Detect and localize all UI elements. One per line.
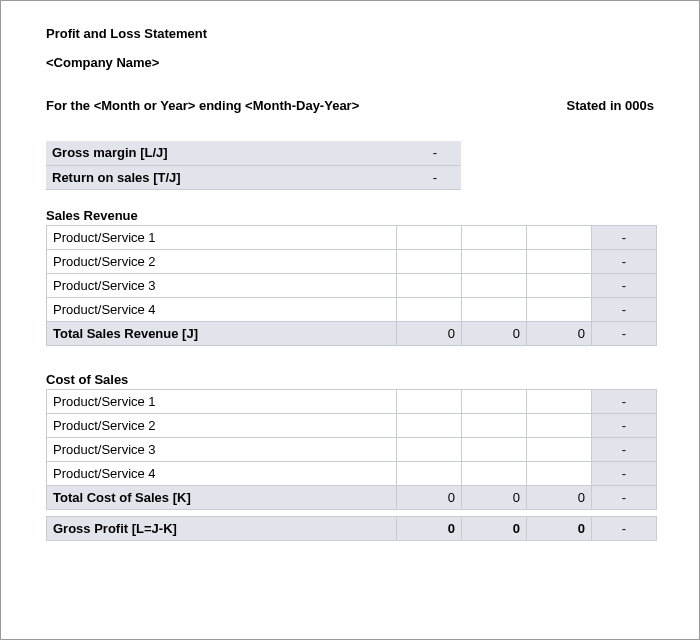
sales-item-tot: - — [592, 225, 657, 249]
sales-item-v3 — [527, 273, 592, 297]
sales-heading: Sales Revenue — [46, 208, 654, 223]
gross-margin-value: - — [396, 141, 461, 165]
sales-item-label: Product/Service 3 — [47, 273, 397, 297]
gross-profit-table: Gross Profit [L=J-K] 0 0 0 - — [46, 516, 657, 541]
cost-total-row: Total Cost of Sales [K] 0 0 0 - — [47, 485, 657, 509]
cost-item-v2 — [462, 389, 527, 413]
sales-item-label: Product/Service 2 — [47, 249, 397, 273]
metrics-block: Gross margin [L/J] - Return on sales [T/… — [46, 141, 446, 190]
cost-item-v1 — [397, 413, 462, 437]
cost-item-label: Product/Service 1 — [47, 389, 397, 413]
company-name: <Company Name> — [46, 55, 654, 70]
sales-item-v2 — [462, 273, 527, 297]
gross-margin-label: Gross margin [L/J] — [46, 141, 396, 165]
sales-item-label: Product/Service 1 — [47, 225, 397, 249]
sales-item-v1 — [397, 249, 462, 273]
cost-item-v3 — [527, 413, 592, 437]
sales-item-v3 — [527, 297, 592, 321]
cost-item-v1 — [397, 437, 462, 461]
sales-item-v2 — [462, 225, 527, 249]
cost-item-tot: - — [592, 437, 657, 461]
sales-item-v1 — [397, 225, 462, 249]
gross-profit-v3: 0 — [527, 516, 592, 540]
sales-item-v1 — [397, 273, 462, 297]
sales-item-row: Product/Service 4- — [47, 297, 657, 321]
cost-item-v2 — [462, 437, 527, 461]
return-on-sales-row: Return on sales [T/J] - — [46, 165, 461, 189]
sales-total-v1: 0 — [397, 321, 462, 345]
cost-rows: Product/Service 1-Product/Service 2-Prod… — [47, 389, 657, 485]
cost-item-label: Product/Service 3 — [47, 437, 397, 461]
cost-total-label: Total Cost of Sales [K] — [47, 485, 397, 509]
cost-item-v3 — [527, 389, 592, 413]
sales-total-v3: 0 — [527, 321, 592, 345]
cost-item-row: Product/Service 2- — [47, 413, 657, 437]
sales-item-v1 — [397, 297, 462, 321]
cost-item-tot: - — [592, 389, 657, 413]
cost-item-tot: - — [592, 461, 657, 485]
cost-item-row: Product/Service 4- — [47, 461, 657, 485]
cost-total-v3: 0 — [527, 485, 592, 509]
gross-profit-v2: 0 — [462, 516, 527, 540]
cost-item-tot: - — [592, 413, 657, 437]
cost-item-v1 — [397, 461, 462, 485]
page-title: Profit and Loss Statement — [46, 26, 654, 41]
sales-total-v2: 0 — [462, 321, 527, 345]
cost-item-v3 — [527, 437, 592, 461]
sales-item-row: Product/Service 1- — [47, 225, 657, 249]
sales-item-label: Product/Service 4 — [47, 297, 397, 321]
period-row: For the <Month or Year> ending <Month-Da… — [46, 98, 654, 113]
sales-item-v3 — [527, 225, 592, 249]
cost-table: Product/Service 1-Product/Service 2-Prod… — [46, 389, 657, 510]
sales-item-v2 — [462, 297, 527, 321]
cost-total-v1: 0 — [397, 485, 462, 509]
sales-item-v2 — [462, 249, 527, 273]
sales-item-row: Product/Service 2- — [47, 249, 657, 273]
cost-total-v2: 0 — [462, 485, 527, 509]
sales-rows: Product/Service 1-Product/Service 2-Prod… — [47, 225, 657, 321]
profit-loss-statement: Profit and Loss Statement <Company Name>… — [0, 0, 700, 640]
return-on-sales-label: Return on sales [T/J] — [46, 165, 396, 189]
sales-item-tot: - — [592, 273, 657, 297]
sales-item-tot: - — [592, 249, 657, 273]
sales-item-tot: - — [592, 297, 657, 321]
cost-item-v2 — [462, 461, 527, 485]
cost-item-v3 — [527, 461, 592, 485]
sales-total-label: Total Sales Revenue [J] — [47, 321, 397, 345]
cost-item-row: Product/Service 1- — [47, 389, 657, 413]
return-on-sales-value: - — [396, 165, 461, 189]
gross-profit-tot: - — [592, 516, 657, 540]
sales-table: Product/Service 1-Product/Service 2-Prod… — [46, 225, 657, 346]
gross-profit-label: Gross Profit [L=J-K] — [47, 516, 397, 540]
cost-total-tot: - — [592, 485, 657, 509]
sales-item-v3 — [527, 249, 592, 273]
cost-item-label: Product/Service 4 — [47, 461, 397, 485]
gross-margin-row: Gross margin [L/J] - — [46, 141, 461, 165]
gross-profit-row: Gross Profit [L=J-K] 0 0 0 - — [47, 516, 657, 540]
gross-profit-v1: 0 — [397, 516, 462, 540]
cost-item-v2 — [462, 413, 527, 437]
sales-total-tot: - — [592, 321, 657, 345]
cost-heading: Cost of Sales — [46, 372, 654, 387]
cost-item-v1 — [397, 389, 462, 413]
sales-item-row: Product/Service 3- — [47, 273, 657, 297]
cost-item-row: Product/Service 3- — [47, 437, 657, 461]
stated-text: Stated in 000s — [567, 98, 654, 113]
cost-item-label: Product/Service 2 — [47, 413, 397, 437]
period-text: For the <Month or Year> ending <Month-Da… — [46, 98, 359, 113]
sales-total-row: Total Sales Revenue [J] 0 0 0 - — [47, 321, 657, 345]
